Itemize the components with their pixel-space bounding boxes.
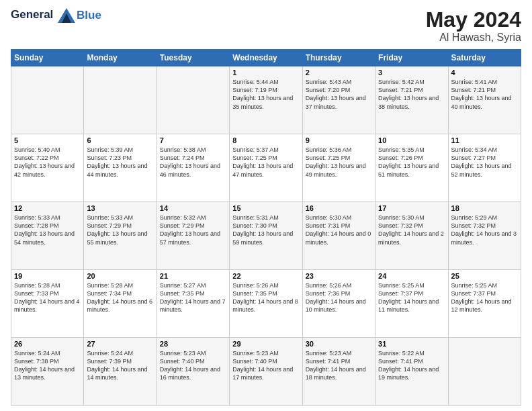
calendar-cell: 11Sunrise: 5:34 AMSunset: 7:27 PMDayligh… — [448, 134, 521, 202]
cell-info: Sunrise: 5:26 AMSunset: 7:36 PMDaylight:… — [306, 281, 372, 314]
calendar-cell: 20Sunrise: 5:28 AMSunset: 7:34 PMDayligh… — [84, 270, 157, 338]
calendar-cell: 1Sunrise: 5:44 AMSunset: 7:19 PMDaylight… — [230, 66, 302, 134]
logo-text: General Blue — [11, 8, 101, 23]
day-number: 26 — [14, 340, 81, 348]
day-number: 25 — [451, 272, 518, 280]
calendar-cell: 21Sunrise: 5:27 AMSunset: 7:35 PMDayligh… — [157, 270, 229, 338]
header-tuesday: Tuesday — [157, 50, 229, 66]
calendar-cell — [11, 66, 84, 134]
calendar-cell: 3Sunrise: 5:42 AMSunset: 7:21 PMDaylight… — [375, 66, 448, 134]
header: General Blue May 2024 Al Hawash, Syria — [11, 8, 521, 44]
calendar-cell: 12Sunrise: 5:33 AMSunset: 7:28 PMDayligh… — [11, 202, 84, 270]
calendar-cell: 8Sunrise: 5:37 AMSunset: 7:25 PMDaylight… — [230, 134, 302, 202]
day-number: 15 — [232, 204, 299, 212]
calendar-cell: 25Sunrise: 5:25 AMSunset: 7:37 PMDayligh… — [448, 270, 521, 338]
calendar-cell: 4Sunrise: 5:41 AMSunset: 7:21 PMDaylight… — [448, 66, 521, 134]
calendar-cell: 31Sunrise: 5:22 AMSunset: 7:41 PMDayligh… — [375, 338, 448, 406]
calendar-cell: 30Sunrise: 5:23 AMSunset: 7:41 PMDayligh… — [302, 338, 375, 406]
calendar-cell: 24Sunrise: 5:25 AMSunset: 7:37 PMDayligh… — [375, 270, 448, 338]
day-number: 22 — [232, 272, 299, 280]
day-number: 7 — [160, 136, 226, 144]
day-number: 24 — [378, 272, 445, 280]
cell-info: Sunrise: 5:40 AMSunset: 7:22 PMDaylight:… — [14, 146, 81, 179]
cell-info: Sunrise: 5:31 AMSunset: 7:30 PMDaylight:… — [232, 214, 299, 246]
cell-info: Sunrise: 5:38 AMSunset: 7:24 PMDaylight:… — [160, 146, 226, 179]
calendar-cell: 23Sunrise: 5:26 AMSunset: 7:36 PMDayligh… — [302, 270, 375, 338]
day-number: 20 — [87, 272, 153, 280]
cell-info: Sunrise: 5:27 AMSunset: 7:35 PMDaylight:… — [160, 281, 226, 314]
cell-info: Sunrise: 5:32 AMSunset: 7:29 PMDaylight:… — [160, 214, 226, 246]
calendar-cell: 16Sunrise: 5:30 AMSunset: 7:31 PMDayligh… — [302, 202, 375, 270]
calendar-cell: 2Sunrise: 5:43 AMSunset: 7:20 PMDaylight… — [302, 66, 375, 134]
cell-info: Sunrise: 5:41 AMSunset: 7:21 PMDaylight:… — [451, 78, 518, 111]
cell-info: Sunrise: 5:25 AMSunset: 7:37 PMDaylight:… — [451, 281, 518, 314]
logo-icon — [58, 8, 75, 23]
day-number: 8 — [232, 136, 299, 144]
day-number: 27 — [87, 340, 153, 348]
cell-info: Sunrise: 5:25 AMSunset: 7:37 PMDaylight:… — [378, 281, 445, 314]
calendar-cell: 29Sunrise: 5:23 AMSunset: 7:40 PMDayligh… — [230, 338, 302, 406]
calendar-cell: 17Sunrise: 5:30 AMSunset: 7:32 PMDayligh… — [375, 202, 448, 270]
day-number: 29 — [232, 340, 299, 348]
calendar-cell: 6Sunrise: 5:39 AMSunset: 7:23 PMDaylight… — [84, 134, 157, 202]
calendar-cell: 15Sunrise: 5:31 AMSunset: 7:30 PMDayligh… — [230, 202, 302, 270]
week-row-3: 12Sunrise: 5:33 AMSunset: 7:28 PMDayligh… — [11, 202, 521, 270]
cell-info: Sunrise: 5:23 AMSunset: 7:41 PMDaylight:… — [306, 349, 372, 382]
cell-info: Sunrise: 5:44 AMSunset: 7:19 PMDaylight:… — [232, 78, 299, 111]
week-row-2: 5Sunrise: 5:40 AMSunset: 7:22 PMDaylight… — [11, 134, 521, 202]
cell-info: Sunrise: 5:33 AMSunset: 7:29 PMDaylight:… — [87, 214, 153, 246]
cell-info: Sunrise: 5:28 AMSunset: 7:33 PMDaylight:… — [14, 281, 81, 314]
day-number: 6 — [87, 136, 153, 144]
cell-info: Sunrise: 5:24 AMSunset: 7:39 PMDaylight:… — [87, 349, 153, 382]
day-number: 18 — [451, 204, 518, 212]
calendar-cell: 7Sunrise: 5:38 AMSunset: 7:24 PMDaylight… — [157, 134, 229, 202]
day-number: 4 — [451, 68, 518, 77]
month-title: May 2024 — [426, 8, 521, 32]
calendar-cell — [157, 66, 229, 134]
cell-info: Sunrise: 5:33 AMSunset: 7:28 PMDaylight:… — [14, 214, 81, 246]
cell-info: Sunrise: 5:42 AMSunset: 7:21 PMDaylight:… — [378, 78, 445, 111]
cell-info: Sunrise: 5:26 AMSunset: 7:35 PMDaylight:… — [232, 281, 299, 314]
cell-info: Sunrise: 5:30 AMSunset: 7:32 PMDaylight:… — [378, 214, 445, 246]
day-number: 11 — [451, 136, 518, 144]
cell-info: Sunrise: 5:43 AMSunset: 7:20 PMDaylight:… — [306, 78, 372, 111]
logo-line2: Blue — [77, 9, 101, 22]
day-number: 21 — [160, 272, 226, 280]
header-saturday: Saturday — [448, 50, 521, 66]
header-sunday: Sunday — [11, 50, 84, 66]
calendar-cell: 14Sunrise: 5:32 AMSunset: 7:29 PMDayligh… — [157, 202, 229, 270]
calendar-cell: 22Sunrise: 5:26 AMSunset: 7:35 PMDayligh… — [230, 270, 302, 338]
day-number: 14 — [160, 204, 226, 212]
calendar-table: Sunday Monday Tuesday Wednesday Thursday… — [11, 49, 521, 406]
day-number: 3 — [378, 68, 445, 77]
calendar-cell: 9Sunrise: 5:36 AMSunset: 7:25 PMDaylight… — [302, 134, 375, 202]
cell-info: Sunrise: 5:39 AMSunset: 7:23 PMDaylight:… — [87, 146, 153, 179]
day-number: 1 — [232, 68, 299, 77]
calendar-cell — [448, 338, 521, 406]
calendar-cell: 19Sunrise: 5:28 AMSunset: 7:33 PMDayligh… — [11, 270, 84, 338]
cell-info: Sunrise: 5:28 AMSunset: 7:34 PMDaylight:… — [87, 281, 153, 314]
calendar-cell — [84, 66, 157, 134]
week-row-4: 19Sunrise: 5:28 AMSunset: 7:33 PMDayligh… — [11, 270, 521, 338]
day-number: 19 — [14, 272, 81, 280]
cell-info: Sunrise: 5:29 AMSunset: 7:32 PMDaylight:… — [451, 214, 518, 246]
calendar-cell: 10Sunrise: 5:35 AMSunset: 7:26 PMDayligh… — [375, 134, 448, 202]
calendar-cell: 28Sunrise: 5:23 AMSunset: 7:40 PMDayligh… — [157, 338, 229, 406]
header-wednesday: Wednesday — [230, 50, 302, 66]
day-number: 28 — [160, 340, 226, 348]
calendar-cell: 26Sunrise: 5:24 AMSunset: 7:38 PMDayligh… — [11, 338, 84, 406]
day-number: 31 — [378, 340, 445, 348]
cell-info: Sunrise: 5:30 AMSunset: 7:31 PMDaylight:… — [306, 214, 372, 246]
cell-info: Sunrise: 5:35 AMSunset: 7:26 PMDaylight:… — [378, 146, 445, 179]
calendar-cell: 18Sunrise: 5:29 AMSunset: 7:32 PMDayligh… — [448, 202, 521, 270]
day-number: 30 — [306, 340, 372, 348]
header-monday: Monday — [84, 50, 157, 66]
day-number: 23 — [306, 272, 372, 280]
day-number: 9 — [306, 136, 372, 144]
cell-info: Sunrise: 5:37 AMSunset: 7:25 PMDaylight:… — [232, 146, 299, 179]
calendar-cell: 5Sunrise: 5:40 AMSunset: 7:22 PMDaylight… — [11, 134, 84, 202]
day-number: 16 — [306, 204, 372, 212]
cell-info: Sunrise: 5:23 AMSunset: 7:40 PMDaylight:… — [160, 349, 226, 382]
day-number: 17 — [378, 204, 445, 212]
cell-info: Sunrise: 5:22 AMSunset: 7:41 PMDaylight:… — [378, 349, 445, 382]
